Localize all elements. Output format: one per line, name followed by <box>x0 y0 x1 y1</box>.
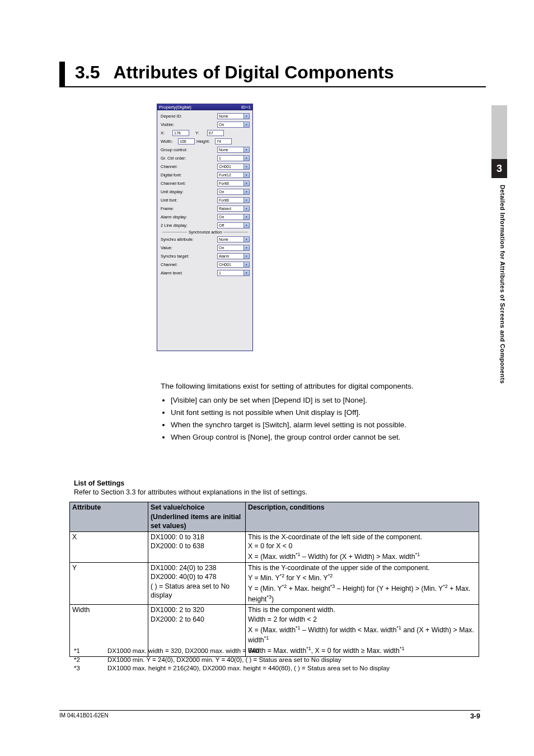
panel-row: Synchro attribute:None▾ <box>161 236 250 242</box>
panel-row-wh: Width: 100 Height: 74 <box>161 138 250 144</box>
panel-row: Visible:On▾ <box>161 121 250 128</box>
chevron-down-icon[interactable]: ▾ <box>243 262 249 267</box>
panel-label: Channel: <box>161 164 216 169</box>
chevron-down-icon[interactable]: ▾ <box>243 206 249 211</box>
panel-combo[interactable]: CH001▾ <box>217 164 250 170</box>
side-tab-number: 3 <box>491 159 507 178</box>
panel-combo[interactable]: Font8▾ <box>217 197 250 203</box>
heading-number: 3.5 <box>75 62 100 83</box>
panel-input-x[interactable]: 178 <box>172 130 189 136</box>
panel-input-height[interactable]: 74 <box>215 138 232 144</box>
panel-row: Alarm display:On▾ <box>161 213 250 220</box>
panel-combo[interactable]: None▾ <box>217 236 250 242</box>
panel-combo[interactable]: On▾ <box>217 245 250 251</box>
panel-combo[interactable]: On▾ <box>217 189 250 195</box>
footer-docid: IM 04L41B01-62EN <box>59 712 109 720</box>
chevron-down-icon[interactable]: ▾ <box>243 122 249 127</box>
chevron-down-icon[interactable]: ▾ <box>243 214 249 220</box>
panel-combo[interactable]: Off▾ <box>217 222 250 228</box>
bullet-item: Unit font setting is not possible when U… <box>171 407 479 419</box>
panel-label-width: Width: <box>161 139 176 144</box>
panel-row: Unit display:On▾ <box>161 188 250 195</box>
panel-combo[interactable]: None▾ <box>217 147 250 153</box>
panel-combo[interactable]: Raised▾ <box>217 206 250 212</box>
heading-title: Attributes of Digital Components <box>113 62 394 83</box>
panel-label-y: Y: <box>195 130 205 136</box>
bullet-item: When the synchro target is [Switch], ala… <box>171 419 479 431</box>
footnote-row: *2DX1000 min. Y = 24(0), DX2000 min. Y =… <box>74 656 479 665</box>
panel-row: Value:On▾ <box>161 244 250 251</box>
panel-row: Channel:CH001▾ <box>161 261 250 268</box>
chevron-down-icon[interactable]: ▾ <box>243 147 249 152</box>
chevron-down-icon[interactable]: ▾ <box>243 198 249 203</box>
table-header-row: Attribute Set value/choice(Underlined it… <box>70 502 479 532</box>
chevron-down-icon[interactable]: ▾ <box>243 156 249 161</box>
panel-title-text: Property(Digital) <box>159 105 191 110</box>
chevron-down-icon[interactable]: ▾ <box>243 181 249 186</box>
cell-description: This is the Y-coordinate of the upper si… <box>246 562 479 605</box>
panel-label: Alarm display: <box>161 214 216 220</box>
panel-label-height: Height: <box>196 139 213 144</box>
panel-label: Group control: <box>161 147 216 152</box>
panel-label-x: X: <box>161 130 171 136</box>
heading-bar <box>59 62 65 86</box>
cell-setvalue: DX1000: 24(0) to 238DX2000: 40(0) to 478… <box>148 562 246 605</box>
panel-combo[interactable]: On▾ <box>217 214 250 220</box>
side-tab-label: Detailed Information for Attributes of S… <box>499 185 506 384</box>
footnote-row: *1DX1000 max. width = 320, DX2000 max. w… <box>74 647 479 656</box>
panel-combo[interactable]: 1▾ <box>217 155 250 161</box>
panel-combo[interactable]: On▾ <box>217 122 250 128</box>
chevron-down-icon[interactable]: ▾ <box>243 114 249 119</box>
panel-label: Unit display: <box>161 189 216 194</box>
bullet-list: [Visible] can only be set when [Depend I… <box>161 395 479 444</box>
chevron-down-icon[interactable]: ▾ <box>243 237 249 242</box>
chevron-down-icon[interactable]: ▾ <box>243 254 249 259</box>
chevron-down-icon[interactable]: ▾ <box>243 270 249 276</box>
settings-table: Attribute Set value/choice(Underlined it… <box>69 502 479 657</box>
chevron-down-icon[interactable]: ▾ <box>243 223 249 228</box>
panel-combo[interactable]: Font8▾ <box>217 180 250 186</box>
los-heading: List of Settings <box>74 479 479 487</box>
footnote-mark: *3 <box>74 664 107 673</box>
panel-row: Group control:None▾ <box>161 146 250 153</box>
bullet-item: When Group control is [None], the group … <box>171 432 479 444</box>
panel-input-width[interactable]: 100 <box>178 138 195 144</box>
chevron-down-icon[interactable]: ▾ <box>243 245 249 250</box>
chevron-down-icon[interactable]: ▾ <box>243 172 249 178</box>
footnotes: *1DX1000 max. width = 320, DX2000 max. w… <box>74 647 479 673</box>
panel-combo[interactable]: None▾ <box>217 113 250 119</box>
footnote-row: *3DX1000 max. height = 216(240), DX2000 … <box>74 664 479 673</box>
panel-label: Value: <box>161 245 216 250</box>
panel-row: Frame:Raised▾ <box>161 205 250 212</box>
panel-label: Visible: <box>161 122 216 127</box>
page-footer: IM 04L41B01-62EN 3-9 <box>59 710 480 720</box>
panel-combo[interactable]: Alarm▾ <box>217 253 250 259</box>
panel-row: Channel font:Font8▾ <box>161 180 250 186</box>
bullet-item: [Visible] can only be set when [Depend I… <box>171 395 479 407</box>
panel-label: Unit font: <box>161 198 216 203</box>
panel-body: Depend ID:None▾Visible:On▾ X: 178 Y: 67 … <box>157 110 252 351</box>
table-row: YDX1000: 24(0) to 238DX2000: 40(0) to 47… <box>70 562 479 605</box>
th-attribute: Attribute <box>70 502 148 532</box>
panel-combo[interactable]: Font12▾ <box>217 172 250 178</box>
cell-setvalue: DX1000: 0 to 318DX2000: 0 to 638 <box>148 531 246 562</box>
footnote-mark: *1 <box>74 647 107 656</box>
panel-row: Depend ID:None▾ <box>161 113 250 119</box>
cell-description: This is the X-coordinate of the left sid… <box>246 531 479 562</box>
panel-label: Depend ID: <box>161 114 216 119</box>
chevron-down-icon[interactable]: ▾ <box>243 164 249 169</box>
panel-row: 2 Line display:Off▾ <box>161 222 250 228</box>
section-heading: 3.5 Attributes of Digital Components <box>59 62 486 87</box>
panel-input-y[interactable]: 67 <box>207 130 224 136</box>
panel-titlebar: Property(Digital) ID=1 <box>157 104 252 110</box>
chevron-down-icon[interactable]: ▾ <box>243 189 249 194</box>
side-tab-bg-top <box>491 105 507 159</box>
footnote-mark: *2 <box>74 656 107 665</box>
footnote-text: DX1000 min. Y = 24(0), DX2000 min. Y = 4… <box>107 656 341 665</box>
cell-attribute: X <box>70 531 148 562</box>
panel-combo[interactable]: 1▾ <box>217 270 250 276</box>
panel-label: 2 Line display: <box>161 223 216 228</box>
panel-label: Frame: <box>161 206 216 211</box>
panel-combo[interactable]: CH001▾ <box>217 262 250 268</box>
cell-attribute: Y <box>70 562 148 605</box>
